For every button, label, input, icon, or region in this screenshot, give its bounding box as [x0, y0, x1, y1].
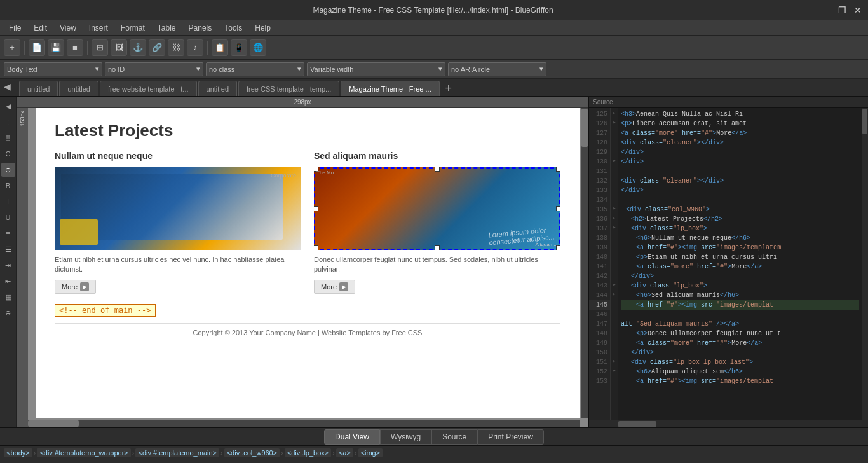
print-preview-button[interactable]: Print Preview: [477, 429, 544, 445]
titlebar-controls[interactable]: — ❐ ✕: [822, 5, 862, 15]
menu-file[interactable]: File: [4, 22, 26, 34]
source-hscrollbar[interactable]: [589, 420, 868, 427]
panel-toggle[interactable]: ◀: [4, 81, 11, 92]
width-selector[interactable]: Variable width ▾: [307, 62, 445, 76]
resize-handle-bm[interactable]: [435, 245, 440, 250]
sidebar-icon-u[interactable]: U: [1, 211, 15, 225]
source-button[interactable]: Source: [431, 429, 477, 445]
anchor-button[interactable]: ⚓: [130, 39, 146, 56]
editor-scrollbar[interactable]: [581, 108, 588, 418]
menu-insert[interactable]: Insert: [84, 22, 113, 34]
unlink-button[interactable]: ⛓: [168, 39, 184, 56]
tab-1[interactable]: untitled: [59, 81, 98, 96]
source-code[interactable]: <h3>Aenean Quis Nulla ac Nisl Ri <p>Libe…: [618, 108, 862, 420]
new-tab-button[interactable]: +: [441, 81, 456, 96]
menu-edit[interactable]: Edit: [29, 22, 52, 34]
resize-handle-bl[interactable]: [314, 245, 318, 250]
breadcrumb-a[interactable]: <a>: [336, 448, 353, 457]
line-136: 136: [589, 214, 610, 224]
phone-button[interactable]: 📱: [231, 39, 247, 56]
code-134: [621, 195, 859, 205]
sidebar-icon-indent[interactable]: ⇥: [1, 258, 15, 272]
menu-help[interactable]: Help: [250, 22, 276, 34]
minimize-button[interactable]: —: [822, 5, 831, 15]
sidebar-icon-circle[interactable]: ⊙: [1, 163, 15, 177]
sidebar-icon-outdent[interactable]: ⇤: [1, 274, 15, 288]
menu-view[interactable]: View: [55, 22, 81, 34]
tab-0[interactable]: untitled: [19, 81, 58, 96]
menu-panels[interactable]: Panels: [184, 22, 217, 34]
resize-handle-mr[interactable]: [556, 206, 560, 211]
source-content[interactable]: 125 126 127 128 129 130 131 132 133 134 …: [589, 108, 868, 420]
sidebar-icon-list[interactable]: ☰: [1, 242, 15, 256]
aria-selector[interactable]: no ARIA role ▾: [448, 62, 546, 76]
table-button[interactable]: ⊞: [92, 39, 108, 56]
class-selector[interactable]: no class ▾: [206, 62, 304, 76]
sidebar-icon-lines[interactable]: ≡: [1, 226, 15, 240]
id-selector[interactable]: no ID ▾: [105, 62, 203, 76]
paste-button[interactable]: 📋: [212, 39, 228, 56]
line-140: 140: [589, 252, 610, 262]
code-147: alt="Sed aliquam mauris" /></a>: [621, 319, 859, 329]
menu-tools[interactable]: Tools: [219, 22, 247, 34]
editor-hscroll-handle[interactable]: [28, 420, 79, 427]
editor-scroll-handle[interactable]: [581, 109, 588, 147]
arrow-134: [611, 194, 618, 204]
sidebar-icon-i[interactable]: I: [1, 195, 15, 209]
sidebar-icon-extra1[interactable]: ⊕: [1, 306, 15, 320]
arrow-145: [611, 299, 618, 308]
close-button[interactable]: ✕: [854, 5, 862, 15]
breadcrumb-img[interactable]: <img>: [358, 448, 383, 457]
source-hscroll-handle[interactable]: [618, 421, 656, 427]
tab-4[interactable]: free CSS template - temp...: [238, 81, 339, 96]
arrow-150: [611, 347, 618, 356]
project1-more-button[interactable]: More ▶: [55, 280, 96, 294]
tab-2[interactable]: free website template - t...: [100, 81, 197, 96]
breadcrumb-body[interactable]: <body>: [4, 448, 32, 457]
code-133: </div>: [621, 186, 859, 195]
project2-subtitle: Sed aliquam mauris: [314, 151, 560, 161]
sidebar-icon-table[interactable]: ▦: [1, 290, 15, 304]
breadcrumb-col-w960[interactable]: <div .col_w960>: [224, 448, 280, 457]
link-button[interactable]: 🔗: [149, 39, 165, 56]
maximize-button[interactable]: ❐: [838, 5, 846, 15]
editor-hscrollbar[interactable]: [28, 420, 580, 427]
element-selector[interactable]: Body Text ▾: [4, 62, 102, 76]
toolbar-sep-1: [24, 41, 25, 55]
image-button[interactable]: 🖼: [111, 39, 127, 56]
source-scroll-handle[interactable]: [862, 109, 867, 134]
tab-5[interactable]: Magazine Theme - Free ...: [341, 81, 439, 96]
tab-3[interactable]: untitled: [198, 81, 237, 96]
menubar: File Edit View Insert Format Table Panel…: [0, 20, 868, 36]
project2-more-button[interactable]: More ▶: [314, 280, 355, 294]
sidebar-icon-c[interactable]: C: [1, 147, 15, 161]
menu-format[interactable]: Format: [116, 22, 150, 34]
id-value: no ID: [108, 66, 125, 73]
menu-table[interactable]: Table: [153, 22, 181, 34]
open-button[interactable]: 📄: [29, 39, 45, 56]
breadcrumb-main[interactable]: <div #templatemo_main>: [135, 448, 219, 457]
audio-button[interactable]: ♪: [187, 39, 203, 56]
dual-view-button[interactable]: Dual View: [324, 429, 380, 445]
source-scrollbar[interactable]: [862, 108, 868, 420]
wysiwyg-button[interactable]: Wysiwyg: [380, 429, 431, 445]
breadcrumb-wrapper[interactable]: <div #templatemo_wrapper>: [37, 448, 130, 457]
project1-image[interactable]: Corporate: [55, 167, 301, 250]
save-button[interactable]: 💾: [48, 39, 64, 56]
sidebar-icon-arrow[interactable]: ◀: [1, 99, 15, 113]
sidebar-icon-excl2[interactable]: !!: [1, 131, 15, 145]
breadcrumb-sep-6: ›: [355, 449, 357, 457]
globe-button[interactable]: 🌐: [250, 39, 266, 56]
resize-handle-tm[interactable]: [435, 167, 440, 172]
code-128: <div class="cleaner"></div>: [621, 138, 859, 148]
resize-handle-ml[interactable]: [314, 206, 318, 211]
page-frame[interactable]: Latest Projects Nullam ut neque neque Co…: [36, 108, 580, 418]
breadcrumb-lp-box[interactable]: <div .lp_box>: [285, 448, 331, 457]
sidebar-icon-b[interactable]: B: [1, 179, 15, 193]
new-button[interactable]: +: [4, 39, 20, 56]
sidebar-icon-excl1[interactable]: !: [1, 115, 15, 129]
editor-content[interactable]: 153px Latest Projects Nullam ut neque ne…: [17, 108, 588, 427]
project2-image[interactable]: Lorem ipsum dolorconsectetur adipisc... …: [314, 167, 560, 250]
stop-button[interactable]: ■: [67, 39, 83, 56]
resize-handle-tr[interactable]: [556, 167, 560, 172]
